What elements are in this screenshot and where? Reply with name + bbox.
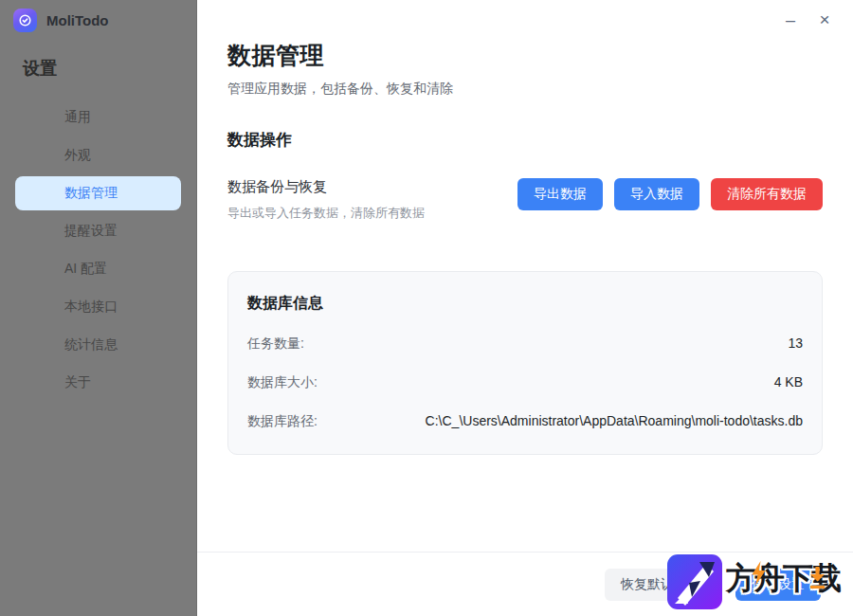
database-info-title: 数据库信息 xyxy=(247,294,803,314)
sidebar-item-data-management[interactable]: 数据管理 xyxy=(15,176,181,210)
db-path-value: C:\C_\Users\Administrator\AppData\Roamin… xyxy=(426,413,803,428)
close-button[interactable]: × xyxy=(808,8,842,32)
section-title-data-operations: 数据操作 xyxy=(227,129,823,151)
backup-buttons: 导出数据 导入数据 清除所有数据 xyxy=(517,178,823,210)
app-brand: MoliTodo xyxy=(0,0,196,40)
backup-restore-label: 数据备份与恢复 xyxy=(227,178,425,196)
window-controls: – × xyxy=(773,8,842,32)
page-content: 数据管理 管理应用数据，包括备份、恢复和清除 数据操作 数据备份与恢复 导出或导… xyxy=(197,0,853,455)
backup-restore-row: 数据备份与恢复 导出或导入任务数据，清除所有数据 导出数据 导入数据 清除所有数… xyxy=(227,178,823,222)
backup-restore-text: 数据备份与恢复 导出或导入任务数据，清除所有数据 xyxy=(227,178,425,222)
settings-nav: 通用 外观 数据管理 提醒设置 AI 配置 本地接口 统计信息 关于 xyxy=(0,100,196,404)
sidebar-item-general[interactable]: 通用 xyxy=(15,100,181,135)
database-info-card: 数据库信息 任务数量: 13 数据库大小: 4 KB 数据库路径: C:\C_\… xyxy=(227,271,823,455)
save-settings-button[interactable]: 保存设置 xyxy=(735,569,821,601)
task-count-value: 13 xyxy=(788,335,803,351)
page-subtitle: 管理应用数据，包括备份、恢复和清除 xyxy=(227,81,823,98)
clear-all-data-button[interactable]: 清除所有数据 xyxy=(711,178,823,210)
restore-defaults-button[interactable]: 恢复默认设置 xyxy=(605,569,717,601)
settings-footer: 恢复默认设置 保存设置 xyxy=(197,552,853,616)
export-data-button[interactable]: 导出数据 xyxy=(517,178,603,210)
sidebar-item-reminder[interactable]: 提醒设置 xyxy=(15,214,181,248)
app-window: MoliTodo 设置 通用 外观 数据管理 提醒设置 AI 配置 本地接口 统… xyxy=(0,0,853,616)
task-count-row: 任务数量: 13 xyxy=(247,335,803,353)
import-data-button[interactable]: 导入数据 xyxy=(614,178,699,210)
app-logo-icon xyxy=(13,9,37,32)
sidebar-item-about[interactable]: 关于 xyxy=(15,366,181,400)
db-size-label: 数据库大小: xyxy=(247,374,318,391)
sidebar-title: 设置 xyxy=(0,40,196,100)
page-title: 数据管理 xyxy=(227,40,823,71)
minimize-button[interactable]: – xyxy=(773,8,808,32)
sidebar-item-statistics[interactable]: 统计信息 xyxy=(15,328,181,362)
sidebar-item-local-api[interactable]: 本地接口 xyxy=(15,290,181,324)
sidebar-item-ai-config[interactable]: AI 配置 xyxy=(15,252,181,286)
task-count-label: 任务数量: xyxy=(247,335,304,353)
main-panel: – × 数据管理 管理应用数据，包括备份、恢复和清除 数据操作 数据备份与恢复 … xyxy=(197,0,853,616)
db-size-row: 数据库大小: 4 KB xyxy=(247,374,803,391)
settings-sidebar: MoliTodo 设置 通用 外观 数据管理 提醒设置 AI 配置 本地接口 统… xyxy=(0,0,197,616)
db-path-row: 数据库路径: C:\C_\Users\Administrator\AppData… xyxy=(247,413,803,430)
backup-restore-description: 导出或导入任务数据，清除所有数据 xyxy=(227,205,425,222)
db-path-label: 数据库路径: xyxy=(247,413,318,430)
app-title: MoliTodo xyxy=(46,12,109,28)
sidebar-item-appearance[interactable]: 外观 xyxy=(15,138,181,172)
db-size-value: 4 KB xyxy=(774,374,803,390)
